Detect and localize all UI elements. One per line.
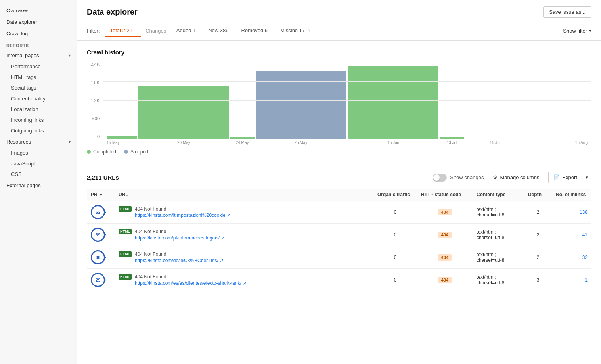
x-label-15aug: 15 Aug xyxy=(526,140,588,145)
th-organic-traffic: Organic traffic xyxy=(373,189,417,201)
sidebar-item-html-tags[interactable]: HTML tags xyxy=(0,72,77,82)
y-label-1800: 1.8K xyxy=(90,80,100,85)
table-row: 36 HTML 404 Not Found https://kinsta.com… xyxy=(87,246,591,269)
show-filter-button[interactable]: Show filter ▾ xyxy=(563,28,591,34)
chart-container: 2.4K 1.8K 1.2K 600 0 xyxy=(87,62,591,157)
sidebar-item-javascript[interactable]: JavaScript xyxy=(0,158,77,169)
sidebar-group-internal-pages[interactable]: Internal pages ▾ xyxy=(0,50,77,61)
main-header: Data explorer Save issue as... xyxy=(77,0,601,21)
td-traffic-0: 0 xyxy=(373,201,417,224)
help-icon[interactable]: ? xyxy=(308,28,311,33)
sidebar-item-css[interactable]: CSS xyxy=(0,169,77,180)
td-inlinks-0: 138 xyxy=(552,201,591,224)
sidebar-item-localization[interactable]: Localization xyxy=(0,104,77,115)
export-button[interactable]: 📄 Export xyxy=(548,172,582,183)
url-cell-1: 404 Not Found https://kinsta.com/pt/info… xyxy=(135,229,225,241)
td-traffic-1: 0 xyxy=(373,224,417,246)
y-label-600: 600 xyxy=(92,116,100,121)
url-link-1[interactable]: https://kinsta.com/pt/informacoes-legais… xyxy=(135,235,225,241)
sidebar-item-social-tags[interactable]: Social tags xyxy=(0,82,77,93)
url-title-0: 404 Not Found xyxy=(135,206,231,212)
url-cell-3: 404 Not Found https://kinsta.com/es/es/c… xyxy=(135,274,247,286)
td-depth-0: 2 xyxy=(524,201,552,224)
td-content-2: text/html; charset=utf-8 xyxy=(473,246,524,269)
inlinks-count-0[interactable]: 138 xyxy=(580,209,588,215)
chevron-down-icon-2: ▾ xyxy=(69,140,71,144)
legend-stopped-dot xyxy=(124,150,128,154)
url-link-3[interactable]: https://kinsta.com/es/es/clientes/efecto… xyxy=(135,280,247,286)
filter-tab-missing-label: Missing xyxy=(280,27,299,33)
sidebar-item-data-explorer[interactable]: Data explorer xyxy=(0,16,77,28)
main-content: Data explorer Save issue as... Filter: T… xyxy=(77,0,601,364)
td-content-0: text/html; charset=utf-8 xyxy=(473,201,524,224)
filter-tab-removed[interactable]: Removed 6 xyxy=(236,24,273,37)
td-inlinks-2: 32 xyxy=(552,246,591,269)
url-link-0[interactable]: https://kinsta.com/itImpostazioni%20cook… xyxy=(135,213,231,218)
url-title-2: 404 Not Found xyxy=(135,251,224,257)
legend-completed-label: Completed xyxy=(93,149,116,155)
export-label: Export xyxy=(562,174,577,180)
y-label-2400: 2.4K xyxy=(90,62,100,67)
filter-tab-new[interactable]: New 386 xyxy=(203,24,234,37)
status-badge-0: 404 xyxy=(438,209,452,215)
manage-columns-button[interactable]: ⚙ Manage columns xyxy=(488,172,544,183)
table-section: 2,211 URLs Show changes ⚙ Manage columns… xyxy=(77,165,601,298)
sidebar-item-incoming-links[interactable]: Incoming links xyxy=(0,115,77,125)
filter-separator: Changes: xyxy=(145,28,168,34)
url-link-2[interactable]: https://kinsta.com/de/%C3%BCber-uns/ ↗ xyxy=(135,258,224,263)
td-inlinks-3: 1 xyxy=(552,269,591,291)
td-http-1: 404 xyxy=(417,224,473,246)
status-badge-1: 404 xyxy=(438,232,452,238)
inlinks-count-3[interactable]: 1 xyxy=(585,277,588,283)
td-url-3: HTML 404 Not Found https://kinsta.com/es… xyxy=(115,269,373,291)
export-dropdown-button[interactable]: ▾ xyxy=(582,172,591,183)
sidebar-item-external-pages[interactable]: External pages xyxy=(0,180,77,191)
sidebar-item-images[interactable]: Images xyxy=(0,148,77,158)
sidebar-item-outgoing-links[interactable]: Outgoing links xyxy=(0,125,77,136)
html-badge-2: HTML xyxy=(119,251,132,257)
inlinks-count-1[interactable]: 41 xyxy=(582,232,588,238)
sidebar-group-resources-label: Resources xyxy=(6,139,31,145)
table-header-row: PR ▼ URL Organic traffic HTTP status cod… xyxy=(87,189,591,201)
th-pr[interactable]: PR ▼ xyxy=(87,189,115,201)
pr-badge-2: 36 xyxy=(91,250,105,264)
x-label-13jul: 13 Jul xyxy=(440,140,464,145)
chart-x-labels: 15 May 20 May 24 May 25 May 15 Jun 13 Ju… xyxy=(103,139,591,145)
sidebar-item-performance[interactable]: Performance xyxy=(0,61,77,72)
save-issue-button[interactable]: Save issue as... xyxy=(543,6,591,18)
th-inlinks: No. of inlinks xyxy=(552,189,591,201)
x-label-24may: 24 May xyxy=(230,140,255,145)
td-depth-3: 3 xyxy=(524,269,552,291)
html-badge-1: HTML xyxy=(119,229,132,234)
html-badge-0: HTML xyxy=(119,206,132,212)
sidebar-item-content-quality[interactable]: Content quality xyxy=(0,93,77,104)
pr-badge-0: 52 xyxy=(91,205,105,219)
x-label-25may: 25 May xyxy=(255,140,347,145)
x-label-15may: 15 May xyxy=(107,140,138,145)
inlinks-count-2[interactable]: 32 xyxy=(582,255,588,260)
filter-tab-total-count: 2,211 xyxy=(122,27,136,33)
table-header: 2,211 URLs Show changes ⚙ Manage columns… xyxy=(87,172,591,183)
pr-badge-1: 39 xyxy=(91,228,105,242)
th-url: URL xyxy=(115,189,373,201)
filter-tab-total-label: Total xyxy=(110,27,122,33)
td-url-1: HTML 404 Not Found https://kinsta.com/pt… xyxy=(115,224,373,246)
html-badge-3: HTML xyxy=(119,274,132,280)
th-http-status: HTTP status code xyxy=(417,189,473,201)
sidebar-item-overview[interactable]: Overview xyxy=(0,5,77,16)
filter-tab-new-label: New xyxy=(208,27,220,33)
filter-tab-total[interactable]: Total 2,211 xyxy=(105,24,141,37)
page-title: Data explorer xyxy=(87,8,138,17)
filter-tab-removed-label: Removed xyxy=(241,27,265,33)
filter-tab-removed-count: 6 xyxy=(265,27,268,33)
td-pr-2: 36 xyxy=(87,246,115,269)
filter-tab-added[interactable]: Added 1 xyxy=(171,24,201,37)
show-changes-toggle[interactable] xyxy=(433,174,447,182)
filter-tab-missing[interactable]: Missing 17 ? xyxy=(275,24,316,37)
x-label-15jun: 15 Jun xyxy=(347,140,439,145)
sidebar-group-resources[interactable]: Resources ▾ xyxy=(0,136,77,148)
td-traffic-2: 0 xyxy=(373,246,417,269)
sidebar-item-crawl-log[interactable]: Crawl log xyxy=(0,28,77,39)
status-badge-2: 404 xyxy=(438,254,452,261)
pr-badge-3: 29 xyxy=(91,273,105,287)
